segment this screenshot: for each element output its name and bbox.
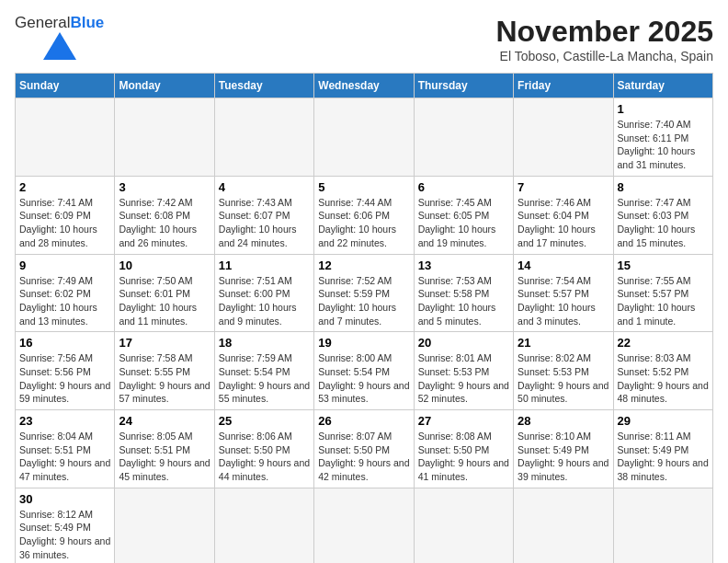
day-number: 27 xyxy=(418,414,509,428)
day-number: 11 xyxy=(219,259,310,272)
col-header-wednesday: Wednesday xyxy=(314,74,414,98)
day-number: 18 xyxy=(219,336,310,350)
day-cell: 13Sunrise: 7:53 AMSunset: 5:58 PMDayligh… xyxy=(414,254,513,332)
day-number: 1 xyxy=(618,102,709,116)
day-info: Sunrise: 7:42 AMSunset: 6:08 PMDaylight:… xyxy=(119,196,210,250)
day-number: 20 xyxy=(418,336,509,350)
day-cell: 11Sunrise: 7:51 AMSunset: 6:00 PMDayligh… xyxy=(214,254,313,332)
page-header: GeneralBlue November 2025 El Toboso, Cas… xyxy=(15,15,713,63)
day-cell xyxy=(414,488,513,563)
day-cell: 18Sunrise: 7:59 AMSunset: 5:54 PMDayligh… xyxy=(214,332,313,410)
day-cell: 20Sunrise: 8:01 AMSunset: 5:53 PMDayligh… xyxy=(414,332,513,410)
day-number: 5 xyxy=(318,180,409,194)
day-cell: 9Sunrise: 7:49 AMSunset: 6:02 PMDaylight… xyxy=(16,254,115,332)
day-info: Sunrise: 7:55 AMSunset: 5:57 PMDaylight:… xyxy=(618,274,709,328)
day-cell: 1Sunrise: 7:40 AMSunset: 6:11 PMDaylight… xyxy=(613,98,712,177)
day-cell: 3Sunrise: 7:42 AMSunset: 6:08 PMDaylight… xyxy=(115,176,214,254)
day-number: 19 xyxy=(318,336,409,350)
day-cell: 2Sunrise: 7:41 AMSunset: 6:09 PMDaylight… xyxy=(16,176,115,254)
day-cell: 12Sunrise: 7:52 AMSunset: 5:59 PMDayligh… xyxy=(314,254,414,332)
day-info: Sunrise: 8:08 AMSunset: 5:50 PMDaylight:… xyxy=(418,430,509,484)
col-header-tuesday: Tuesday xyxy=(214,74,313,98)
day-cell: 26Sunrise: 8:07 AMSunset: 5:50 PMDayligh… xyxy=(314,410,414,488)
week-row-2: 2Sunrise: 7:41 AMSunset: 6:09 PMDaylight… xyxy=(16,176,713,254)
day-info: Sunrise: 7:47 AMSunset: 6:03 PMDaylight:… xyxy=(618,196,709,250)
day-info: Sunrise: 8:00 AMSunset: 5:54 PMDaylight:… xyxy=(318,351,409,406)
day-cell: 24Sunrise: 8:05 AMSunset: 5:51 PMDayligh… xyxy=(115,410,214,488)
col-header-thursday: Thursday xyxy=(414,74,513,98)
day-number: 17 xyxy=(119,336,210,350)
day-info: Sunrise: 7:58 AMSunset: 5:55 PMDaylight:… xyxy=(119,351,210,406)
day-info: Sunrise: 8:07 AMSunset: 5:50 PMDaylight:… xyxy=(318,430,409,484)
week-row-6: 30Sunrise: 8:12 AMSunset: 5:49 PMDayligh… xyxy=(16,488,713,563)
week-row-5: 23Sunrise: 8:04 AMSunset: 5:51 PMDayligh… xyxy=(16,410,713,488)
col-header-friday: Friday xyxy=(514,74,613,98)
month-title: November 2025 xyxy=(495,15,713,49)
day-number: 23 xyxy=(19,414,110,428)
day-cell: 30Sunrise: 8:12 AMSunset: 5:49 PMDayligh… xyxy=(16,488,115,563)
day-cell: 23Sunrise: 8:04 AMSunset: 5:51 PMDayligh… xyxy=(16,410,115,488)
day-info: Sunrise: 7:50 AMSunset: 6:01 PMDaylight:… xyxy=(119,274,210,328)
day-number: 26 xyxy=(318,414,409,428)
day-number: 24 xyxy=(119,414,210,428)
day-cell xyxy=(314,488,414,563)
day-cell: 22Sunrise: 8:03 AMSunset: 5:52 PMDayligh… xyxy=(613,332,712,410)
day-cell: 17Sunrise: 7:58 AMSunset: 5:55 PMDayligh… xyxy=(115,332,214,410)
day-info: Sunrise: 8:03 AMSunset: 5:52 PMDaylight:… xyxy=(618,351,709,406)
day-cell: 25Sunrise: 8:06 AMSunset: 5:50 PMDayligh… xyxy=(214,410,313,488)
day-number: 14 xyxy=(518,259,609,272)
day-cell xyxy=(514,98,613,177)
day-cell: 7Sunrise: 7:46 AMSunset: 6:04 PMDaylight… xyxy=(514,176,613,254)
day-cell: 4Sunrise: 7:43 AMSunset: 6:07 PMDaylight… xyxy=(214,176,313,254)
logo: GeneralBlue xyxy=(15,15,104,60)
day-info: Sunrise: 8:01 AMSunset: 5:53 PMDaylight:… xyxy=(418,351,509,406)
day-info: Sunrise: 7:56 AMSunset: 5:56 PMDaylight:… xyxy=(19,351,110,406)
day-info: Sunrise: 8:05 AMSunset: 5:51 PMDaylight:… xyxy=(119,430,210,484)
day-cell: 15Sunrise: 7:55 AMSunset: 5:57 PMDayligh… xyxy=(613,254,712,332)
col-header-monday: Monday xyxy=(115,74,214,98)
day-info: Sunrise: 7:52 AMSunset: 5:59 PMDaylight:… xyxy=(318,274,409,328)
day-info: Sunrise: 7:44 AMSunset: 6:06 PMDaylight:… xyxy=(318,196,409,250)
day-cell: 29Sunrise: 8:11 AMSunset: 5:49 PMDayligh… xyxy=(613,410,712,488)
day-info: Sunrise: 7:45 AMSunset: 6:05 PMDaylight:… xyxy=(418,196,509,250)
location-subtitle: El Toboso, Castille-La Mancha, Spain xyxy=(495,49,713,63)
day-cell xyxy=(514,488,613,563)
day-cell xyxy=(613,488,712,563)
day-info: Sunrise: 7:46 AMSunset: 6:04 PMDaylight:… xyxy=(518,196,609,250)
week-row-3: 9Sunrise: 7:49 AMSunset: 6:02 PMDaylight… xyxy=(16,254,713,332)
day-number: 13 xyxy=(418,259,509,272)
day-cell xyxy=(214,98,313,177)
day-number: 10 xyxy=(119,259,210,272)
day-info: Sunrise: 7:51 AMSunset: 6:00 PMDaylight:… xyxy=(219,274,310,328)
logo-triangle xyxy=(43,32,76,60)
day-info: Sunrise: 7:54 AMSunset: 5:57 PMDaylight:… xyxy=(518,274,609,328)
day-cell: 19Sunrise: 8:00 AMSunset: 5:54 PMDayligh… xyxy=(314,332,414,410)
day-number: 25 xyxy=(219,414,310,428)
day-info: Sunrise: 8:02 AMSunset: 5:53 PMDaylight:… xyxy=(518,351,609,406)
day-number: 28 xyxy=(518,414,609,428)
day-info: Sunrise: 7:53 AMSunset: 5:58 PMDaylight:… xyxy=(418,274,509,328)
day-number: 21 xyxy=(518,336,609,350)
day-cell: 16Sunrise: 7:56 AMSunset: 5:56 PMDayligh… xyxy=(16,332,115,410)
day-cell: 10Sunrise: 7:50 AMSunset: 6:01 PMDayligh… xyxy=(115,254,214,332)
day-number: 9 xyxy=(19,259,110,272)
day-number: 8 xyxy=(618,180,709,194)
day-number: 15 xyxy=(618,259,709,272)
day-number: 30 xyxy=(19,492,110,506)
calendar-table: SundayMondayTuesdayWednesdayThursdayFrid… xyxy=(15,73,713,563)
col-header-sunday: Sunday xyxy=(16,74,115,98)
day-info: Sunrise: 7:40 AMSunset: 6:11 PMDaylight:… xyxy=(618,118,709,172)
day-number: 29 xyxy=(618,414,709,428)
day-number: 6 xyxy=(418,180,509,194)
day-cell: 14Sunrise: 7:54 AMSunset: 5:57 PMDayligh… xyxy=(514,254,613,332)
day-number: 12 xyxy=(318,259,409,272)
day-info: Sunrise: 7:59 AMSunset: 5:54 PMDaylight:… xyxy=(219,351,310,406)
day-cell: 27Sunrise: 8:08 AMSunset: 5:50 PMDayligh… xyxy=(414,410,513,488)
day-info: Sunrise: 8:11 AMSunset: 5:49 PMDaylight:… xyxy=(618,430,709,484)
day-number: 3 xyxy=(119,180,210,194)
week-row-1: 1Sunrise: 7:40 AMSunset: 6:11 PMDaylight… xyxy=(16,98,713,177)
day-cell xyxy=(414,98,513,177)
week-row-4: 16Sunrise: 7:56 AMSunset: 5:56 PMDayligh… xyxy=(16,332,713,410)
day-info: Sunrise: 8:10 AMSunset: 5:49 PMDaylight:… xyxy=(518,430,609,484)
day-cell: 5Sunrise: 7:44 AMSunset: 6:06 PMDaylight… xyxy=(314,176,414,254)
